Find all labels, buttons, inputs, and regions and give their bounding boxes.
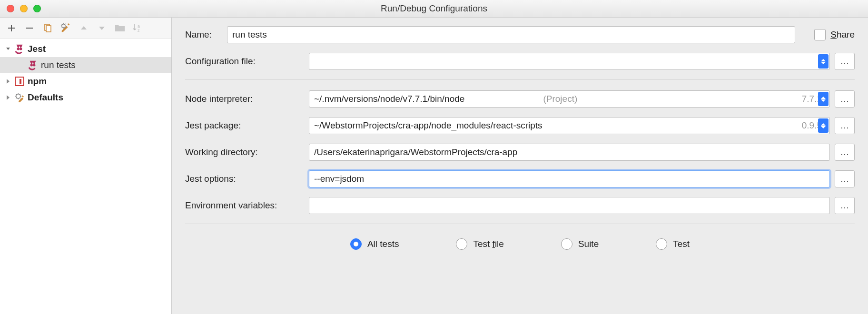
- radio-test[interactable]: Test: [656, 238, 690, 250]
- tree-node-jest[interactable]: Jest: [0, 41, 171, 57]
- close-window-button[interactable]: [7, 5, 14, 12]
- radio-test-file[interactable]: Test file: [456, 238, 503, 250]
- chevron-right-icon: [5, 94, 11, 101]
- sidebar-toolbar: az: [0, 18, 171, 39]
- svg-text:z: z: [138, 28, 140, 33]
- node-interpreter-value: ~/.nvm/versions/node/v7.7.1/bin/node: [314, 94, 538, 104]
- move-up-button[interactable]: [78, 22, 89, 34]
- sort-az-button[interactable]: az: [132, 22, 144, 34]
- jest-package-label: Jest package:: [185, 120, 309, 131]
- env-vars-label: Environment variables:: [185, 200, 309, 211]
- tree-label: npm: [28, 76, 47, 87]
- share-label: Share: [830, 29, 855, 40]
- configurations-sidebar: az Jest run tests: [0, 18, 172, 314]
- npm-icon: [14, 76, 25, 87]
- copy-config-button[interactable]: [42, 22, 53, 34]
- share-option[interactable]: Share: [814, 29, 855, 40]
- share-checkbox[interactable]: [814, 29, 826, 40]
- jest-options-expand-button[interactable]: …: [835, 170, 855, 187]
- radio-label: Suite: [578, 239, 599, 249]
- dropdown-caret-icon: [818, 54, 829, 69]
- radio-icon: [656, 238, 667, 250]
- env-vars-edit-button[interactable]: …: [835, 197, 855, 214]
- remove-config-button[interactable]: [24, 22, 35, 34]
- svg-rect-6: [20, 79, 21, 84]
- config-file-select[interactable]: [309, 53, 830, 70]
- radio-all-tests[interactable]: All tests: [350, 238, 399, 250]
- svg-rect-1: [46, 26, 51, 32]
- jest-package-value: ~/WebstormProjects/cra-app/node_modules/…: [314, 120, 558, 131]
- zoom-window-button[interactable]: [33, 5, 41, 12]
- dropdown-caret-icon: [818, 92, 829, 106]
- jest-options-label: Jest options:: [185, 174, 309, 184]
- radio-label: All tests: [367, 239, 399, 249]
- config-file-label: Configuration file:: [185, 56, 309, 67]
- node-interpreter-browse-button[interactable]: …: [835, 90, 855, 108]
- radio-label: Test: [673, 239, 690, 249]
- folder-button[interactable]: [114, 22, 126, 34]
- window-title: Run/Debug Configurations: [0, 3, 868, 14]
- titlebar: Run/Debug Configurations: [0, 0, 868, 18]
- separator: [185, 224, 855, 224]
- chevron-right-icon: [5, 78, 11, 85]
- config-tree: Jest run tests npm: [0, 39, 171, 314]
- radio-suite[interactable]: Suite: [561, 238, 599, 250]
- config-panel: Name: Share Configuration file: … Node i…: [172, 18, 868, 314]
- tree-node-run-tests[interactable]: run tests: [0, 57, 171, 73]
- jest-package-select[interactable]: ~/WebstormProjects/cra-app/node_modules/…: [309, 117, 830, 134]
- working-dir-input[interactable]: [309, 144, 830, 161]
- jest-package-browse-button[interactable]: …: [835, 117, 855, 134]
- defaults-icon: [14, 92, 25, 103]
- node-interpreter-hint: (Project): [543, 94, 577, 104]
- env-vars-input[interactable]: [309, 197, 830, 214]
- window-controls: [7, 5, 41, 12]
- tree-label: Defaults: [28, 92, 63, 103]
- working-dir-browse-button[interactable]: …: [835, 144, 855, 161]
- name-label: Name:: [185, 29, 227, 40]
- radio-icon: [456, 238, 467, 250]
- separator: [185, 79, 855, 80]
- jest-options-input[interactable]: [309, 170, 830, 187]
- radio-icon: [350, 238, 362, 250]
- working-dir-label: Working directory:: [185, 147, 309, 157]
- dropdown-caret-icon: [818, 118, 829, 133]
- test-scope-radios: All tests Test file Suite Test: [185, 238, 855, 250]
- tree-node-npm[interactable]: npm: [0, 73, 171, 89]
- minimize-window-button[interactable]: [20, 5, 28, 12]
- tree-node-defaults[interactable]: Defaults: [0, 89, 171, 106]
- name-input[interactable]: [227, 26, 795, 43]
- radio-icon: [561, 238, 572, 250]
- svg-point-7: [16, 94, 20, 98]
- node-interpreter-select[interactable]: ~/.nvm/versions/node/v7.7.1/bin/node (Pr…: [309, 90, 830, 108]
- edit-defaults-button[interactable]: [60, 22, 71, 34]
- jest-icon: [28, 60, 38, 70]
- radio-label: Test file: [473, 239, 503, 249]
- move-down-button[interactable]: [96, 22, 108, 34]
- node-interpreter-label: Node interpreter:: [185, 94, 309, 104]
- config-file-browse-button[interactable]: …: [835, 53, 855, 70]
- add-config-button[interactable]: [6, 22, 17, 34]
- jest-icon: [14, 44, 25, 54]
- tree-label: Jest: [28, 44, 46, 54]
- chevron-down-icon: [5, 46, 11, 52]
- tree-label: run tests: [41, 60, 76, 70]
